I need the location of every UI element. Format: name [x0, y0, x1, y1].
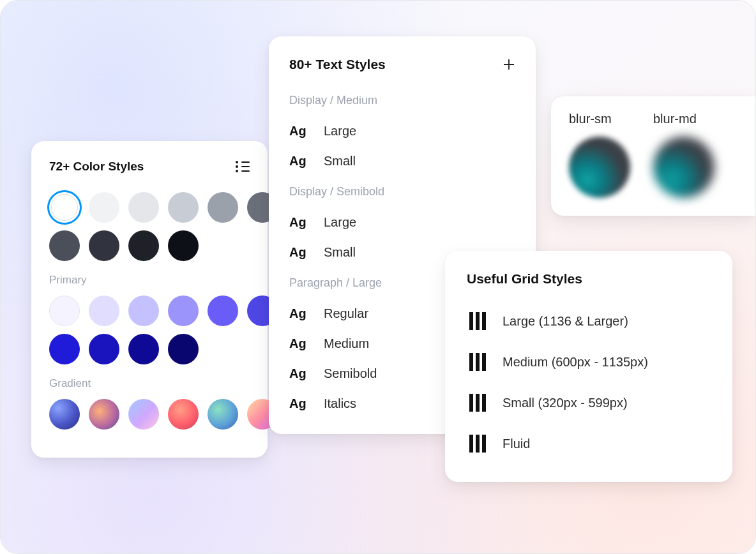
ag-glyph: Ag — [289, 336, 310, 351]
text-style-item-0-0[interactable]: AgLarge — [289, 116, 515, 146]
grid-style-name: Fluid — [503, 437, 530, 451]
primary-row-2 — [49, 334, 250, 364]
swatch-primary-6[interactable] — [49, 334, 80, 364]
ag-glyph: Ag — [289, 396, 310, 411]
color-styles-title: 72+ Color Styles — [49, 160, 144, 174]
swatch-gradient-0[interactable] — [49, 399, 80, 430]
swatch-gradient-3[interactable] — [168, 399, 199, 430]
swatch-white[interactable] — [49, 192, 80, 223]
ag-glyph: Ag — [289, 245, 310, 260]
text-style-name: Large — [324, 124, 356, 138]
text-styles-title: 80+ Text Styles — [289, 57, 386, 72]
ag-glyph: Ag — [289, 366, 310, 381]
text-style-name: Small — [324, 245, 356, 260]
text-style-name: Small — [324, 154, 356, 168]
text-group-label-1: Display / Semibold — [289, 185, 515, 198]
swatch-gradient-4[interactable] — [208, 399, 238, 430]
ag-glyph: Ag — [289, 215, 310, 230]
grayscale-row-1 — [49, 192, 250, 223]
grid-style-name: Small (320px - 599px) — [503, 396, 628, 410]
text-style-name: Semibold — [324, 366, 377, 381]
primary-section-label: Primary — [49, 274, 250, 287]
color-styles-card: 72+ Color Styles Primary Gradient — [31, 141, 268, 458]
text-style-name: Regular — [324, 306, 368, 321]
swatch-primary-7[interactable] — [89, 334, 119, 364]
swatch-primary-8[interactable] — [128, 334, 159, 364]
blur-item-1[interactable]: blur-md — [653, 112, 714, 198]
grid-style-item-3[interactable]: Fluid — [467, 423, 714, 464]
swatch-gray-2[interactable] — [128, 192, 159, 223]
grid-style-name: Medium (600px - 1135px) — [503, 355, 648, 370]
swatch-gray-8[interactable] — [128, 230, 159, 261]
grid-style-item-1[interactable]: Medium (600px - 1135px) — [467, 341, 714, 382]
blur-label: blur-sm — [569, 112, 630, 126]
ag-glyph: Ag — [289, 154, 310, 168]
gradient-row — [49, 399, 250, 430]
text-style-name: Italics — [324, 396, 356, 411]
grid-style-item-0[interactable]: Large (1136 & Larger) — [467, 301, 714, 341]
grid-columns-icon — [469, 435, 486, 453]
text-style-item-1-0[interactable]: AgLarge — [289, 207, 515, 237]
grid-columns-icon — [469, 312, 486, 330]
swatch-primary-2[interactable] — [128, 296, 159, 326]
ag-glyph: Ag — [289, 124, 310, 138]
swatch-gradient-1[interactable] — [89, 399, 119, 430]
primary-row-1 — [49, 296, 250, 326]
swatch-gray-7[interactable] — [89, 230, 119, 261]
add-text-style-button[interactable] — [503, 58, 515, 71]
swatch-gray-1[interactable] — [89, 192, 119, 223]
grayscale-row-2 — [49, 230, 250, 261]
swatch-primary-1[interactable] — [89, 296, 119, 326]
color-styles-header: 72+ Color Styles — [49, 159, 250, 174]
swatch-primary-0[interactable] — [49, 296, 80, 326]
grid-columns-icon — [469, 394, 486, 412]
blur-label: blur-md — [653, 112, 714, 126]
text-styles-header: 80+ Text Styles — [289, 57, 515, 72]
swatch-primary-3[interactable] — [168, 296, 199, 326]
swatch-gray-9[interactable] — [168, 230, 199, 261]
design-system-showcase: 72+ Color Styles Primary Gradient 80+ Te… — [0, 0, 756, 554]
swatch-primary-9[interactable] — [168, 334, 199, 364]
grid-styles-title: Useful Grid Styles — [467, 271, 714, 287]
blur-preview — [569, 137, 630, 198]
list-view-icon[interactable] — [236, 159, 250, 174]
grid-styles-card: Useful Grid Styles Large (1136 & Larger)… — [445, 251, 732, 482]
swatch-gray-3[interactable] — [168, 192, 199, 223]
text-group-label-0: Display / Medium — [289, 94, 515, 107]
text-style-name: Medium — [324, 336, 369, 351]
blur-item-0[interactable]: blur-sm — [569, 112, 630, 198]
gradient-section-label: Gradient — [49, 377, 250, 390]
blur-styles-card: blur-smblur-md — [551, 96, 755, 216]
swatch-gray-6[interactable] — [49, 230, 80, 261]
blur-preview — [653, 137, 714, 198]
grid-columns-icon — [469, 353, 486, 371]
swatch-gradient-2[interactable] — [128, 399, 159, 430]
grid-style-name: Large (1136 & Larger) — [503, 314, 628, 329]
text-style-name: Large — [324, 215, 356, 230]
swatch-gray-4[interactable] — [208, 192, 238, 223]
grid-style-item-2[interactable]: Small (320px - 599px) — [467, 382, 714, 423]
ag-glyph: Ag — [289, 306, 310, 321]
text-style-item-0-1[interactable]: AgSmall — [289, 146, 515, 176]
swatch-primary-4[interactable] — [208, 296, 238, 326]
